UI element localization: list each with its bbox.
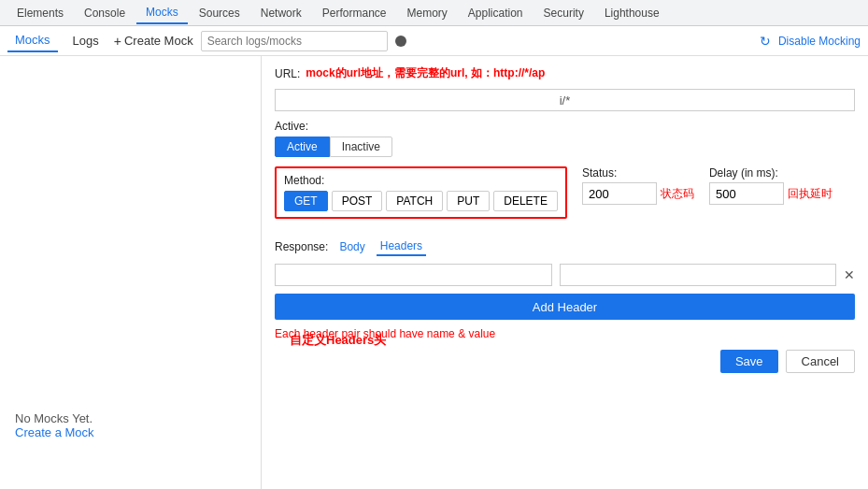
delay-input[interactable] xyxy=(709,182,784,205)
close-header-button[interactable]: ✕ xyxy=(844,267,855,282)
status-annotation: 状态码 xyxy=(661,186,694,202)
create-mock-button[interactable]: + Create Mock xyxy=(114,34,193,49)
response-body-tab[interactable]: Body xyxy=(335,238,368,255)
url-label: URL: xyxy=(275,67,300,80)
method-patch[interactable]: PATCH xyxy=(386,191,443,211)
delay-label: Delay (in ms): xyxy=(709,166,832,180)
status-label: Status: xyxy=(582,166,694,180)
toolbar: Mocks Logs + Create Mock ↻ Disable Mocki… xyxy=(0,26,868,56)
no-mocks-text: No Mocks Yet. xyxy=(15,411,92,425)
hint-text: Each header pair should have name & valu… xyxy=(275,327,855,340)
method-get[interactable]: GET xyxy=(284,191,328,211)
method-put[interactable]: PUT xyxy=(447,191,490,211)
disable-mocking-button[interactable]: Disable Mocking xyxy=(778,35,861,48)
plus-icon: + xyxy=(114,34,121,49)
nav-lighthouse[interactable]: Lighthouse xyxy=(595,3,669,23)
header-value-input[interactable] xyxy=(560,264,837,286)
nav-console[interactable]: Console xyxy=(75,3,135,23)
method-post[interactable]: POST xyxy=(332,191,383,211)
toolbar-logs-tab[interactable]: Logs xyxy=(65,30,107,51)
delay-annotation: 回执延时 xyxy=(788,186,832,202)
url-annotation: mock的url地址，需要完整的url, 如：http://*/ap xyxy=(306,65,545,81)
create-mock-label: Create Mock xyxy=(124,34,193,48)
url-row: URL: mock的url地址，需要完整的url, 如：http://*/ap xyxy=(275,65,855,81)
add-header-button[interactable]: Add Header xyxy=(275,294,855,320)
active-inactive-toggle: Active Inactive xyxy=(275,137,855,157)
action-row: Save Cancel xyxy=(275,350,855,373)
inactive-button[interactable]: Inactive xyxy=(330,137,392,157)
header-inputs-row: ✕ xyxy=(275,264,855,286)
response-headers-tab[interactable]: Headers xyxy=(377,237,426,256)
response-row: Response: Body Headers xyxy=(275,237,855,256)
main-content: No Mocks Yet. Create a Mock URL: mock的ur… xyxy=(0,56,868,489)
nav-elements[interactable]: Elements xyxy=(7,3,73,23)
nav-performance[interactable]: Performance xyxy=(313,3,396,23)
sidebar: No Mocks Yet. Create a Mock xyxy=(0,56,262,489)
nav-mocks[interactable]: Mocks xyxy=(136,2,188,24)
cancel-button[interactable]: Cancel xyxy=(786,350,855,373)
url-input[interactable] xyxy=(275,89,855,111)
status-input[interactable] xyxy=(582,182,657,205)
save-button[interactable]: Save xyxy=(720,350,778,373)
nav-security[interactable]: Security xyxy=(534,3,593,23)
response-label: Response: xyxy=(275,240,328,253)
refresh-button[interactable]: ↻ xyxy=(760,34,771,49)
toolbar-mocks-tab[interactable]: Mocks xyxy=(7,29,58,52)
active-label-text: Active: xyxy=(275,120,308,133)
header-name-input[interactable] xyxy=(275,264,552,286)
status-group: Status: 状态码 xyxy=(582,166,694,205)
active-button[interactable]: Active xyxy=(275,137,330,157)
nav-memory[interactable]: Memory xyxy=(397,3,456,23)
method-box: Method: GET POST PATCH PUT DELETE xyxy=(275,166,567,219)
delay-group: Delay (in ms): 回执延时 xyxy=(709,166,832,205)
top-nav: Elements Console Mocks Sources Network P… xyxy=(0,0,868,26)
right-panel: URL: mock的url地址，需要完整的url, 如：http://*/ap … xyxy=(262,56,868,489)
search-input[interactable] xyxy=(201,31,388,51)
nav-application[interactable]: Application xyxy=(459,3,533,23)
nav-network[interactable]: Network xyxy=(251,3,311,23)
method-delete[interactable]: DELETE xyxy=(493,191,558,211)
create-mock-link[interactable]: Create a Mock xyxy=(15,425,94,439)
method-buttons: GET POST PATCH PUT DELETE xyxy=(284,191,558,211)
method-label: Method: xyxy=(284,174,558,187)
circle-button[interactable] xyxy=(395,36,406,47)
nav-sources[interactable]: Sources xyxy=(190,3,249,23)
